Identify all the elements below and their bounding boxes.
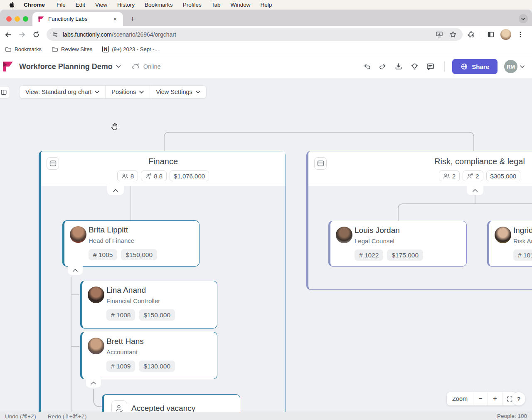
title-chevron-down-icon[interactable] [116, 65, 121, 68]
browser-toolbar: labs.functionly.com/scenario/26964/orgch… [0, 26, 532, 43]
bookmark-folder-bookmarks[interactable]: Bookmarks [0, 46, 47, 52]
vacancy-label: Accepted vacancy [131, 404, 195, 412]
avatar [495, 227, 511, 243]
redo-hint[interactable]: Redo (⇧+⌘+Z) [48, 413, 87, 420]
person-card-lina[interactable]: Lina Anand Financial Controller # 1008 $… [80, 281, 217, 329]
person-role: Head of Finance [89, 237, 134, 244]
status-bar: Undo (⌘+Z) Redo (⇧+⌘+Z) People: 100 [0, 412, 532, 420]
person-pills: # 1022 $175,000 [355, 250, 423, 261]
apple-icon[interactable] [0, 2, 19, 8]
avatar [88, 338, 104, 354]
forward-button[interactable] [16, 28, 28, 41]
browser-tab-bar: Functionly Labs × + [0, 10, 532, 26]
person-card-ingrid[interactable]: Ingrid Risk An # 101 [487, 221, 532, 267]
collapse-button-brett[interactable] [86, 378, 101, 388]
browser-tab[interactable]: Functionly Labs × [32, 12, 123, 26]
collapse-button-risk[interactable] [467, 185, 483, 195]
download-button[interactable] [392, 60, 405, 73]
positions-dropdown[interactable]: Positions [105, 86, 150, 98]
menu-edit[interactable]: Edit [71, 2, 90, 8]
person-name: Brita Lippitt [89, 225, 128, 235]
reload-button[interactable] [30, 28, 42, 41]
account-menu[interactable]: RM [504, 60, 525, 73]
collapse-button-finance[interactable] [107, 185, 124, 195]
site-settings-icon[interactable] [52, 31, 59, 38]
menu-tab[interactable]: Tab [207, 2, 226, 8]
view-settings-dropdown[interactable]: View Settings [150, 86, 206, 98]
close-window-button[interactable] [6, 16, 12, 22]
kebab-menu-icon[interactable] [517, 31, 524, 38]
person-card-louis[interactable]: Louis Jordan Legal Counsel # 1022 $175,0… [328, 221, 467, 267]
back-button[interactable] [2, 28, 14, 41]
tab-title: Functionly Labs [48, 16, 111, 22]
zoom-in-button[interactable]: + [488, 392, 502, 405]
bookmarks-bar: Bookmarks Review Sites N (9+) 2023 - Sep… [0, 43, 532, 55]
undo-button[interactable] [360, 60, 374, 73]
view-dropdown[interactable]: View: Standard org chart [20, 86, 105, 98]
undo-hint[interactable]: Undo (⌘+Z) [5, 413, 36, 420]
salary-pill: $150,000 [139, 309, 175, 321]
org-chart-canvas[interactable]: Finance 8 8.8 $1,076,000 Risk, [0, 78, 532, 412]
person-pills: # 1005 $150,000 [89, 249, 157, 260]
salary-pill: $150,000 [121, 249, 157, 260]
person-role: Risk An [513, 237, 532, 245]
person-name: Brett Hans [106, 337, 144, 346]
share-button[interactable]: Share [452, 59, 498, 74]
install-app-icon[interactable] [436, 31, 443, 38]
person-card-brita[interactable]: Brita Lippitt Head of Finance # 1005 $15… [62, 220, 200, 267]
position-id-pill: # 101 [513, 250, 532, 261]
cloud-check-icon [132, 63, 140, 70]
salary-pill: $130,000 [139, 361, 175, 372]
person-pills: # 1009 $130,000 [106, 361, 175, 372]
globe-icon [461, 63, 468, 70]
bookmark-star-icon[interactable] [449, 31, 457, 38]
insights-lightbulb-button[interactable] [408, 60, 421, 73]
menu-history[interactable]: History [112, 2, 140, 8]
menu-profiles[interactable]: Profiles [178, 2, 207, 8]
menu-help[interactable]: Help [255, 2, 277, 8]
chevron-down-icon [95, 91, 99, 94]
view-toolbar: View: Standard org chart Positions View … [19, 85, 207, 99]
vacancy-card[interactable]: Accepted vacancy [102, 394, 240, 412]
person-card-brett[interactable]: Brett Hans Accountant # 1009 $130,000 [80, 332, 217, 379]
redo-button[interactable] [376, 60, 389, 73]
avatar [88, 287, 104, 303]
menu-file[interactable]: File [52, 2, 71, 8]
person-role: Legal Counsel [355, 237, 394, 245]
person-role: Accountant [106, 348, 138, 356]
sidebar-toggle-button[interactable] [0, 86, 10, 99]
scenario-title: Workforce Planning Demo [19, 62, 113, 71]
menu-chrome[interactable]: Chrome [19, 2, 52, 8]
minimize-window-button[interactable] [15, 16, 20, 22]
person-name: Ingrid [513, 226, 532, 235]
chevron-down-icon [139, 91, 144, 94]
maximize-window-button[interactable] [23, 16, 28, 22]
menu-bookmarks[interactable]: Bookmarks [140, 2, 178, 8]
user-avatar[interactable]: RM [504, 60, 517, 73]
address-bar[interactable]: labs.functionly.com/scenario/26964/orgch… [47, 28, 463, 41]
person-pills: # 1008 $150,000 [106, 309, 175, 321]
hand-cursor-icon [111, 122, 119, 131]
toolbar-divider [481, 30, 481, 39]
sync-status: Online [132, 63, 161, 70]
extensions-icon[interactable] [468, 31, 475, 38]
comments-button[interactable] [424, 60, 437, 73]
bookmark-notion-page[interactable]: N (9+) 2023 - Sept -... [97, 46, 164, 52]
folder-icon [5, 46, 12, 52]
bookmark-folder-review-sites[interactable]: Review Sites [47, 46, 97, 52]
help-button[interactable]: ? [512, 392, 525, 405]
tab-close-icon[interactable]: × [111, 15, 119, 22]
collapse-button-brita[interactable] [68, 265, 83, 275]
position-id-pill: # 1009 [106, 361, 135, 372]
side-panel-icon[interactable] [487, 31, 495, 38]
header-actions: Share RM [360, 59, 532, 74]
sync-status-label: Online [143, 63, 161, 70]
toolbar-right [468, 29, 524, 40]
menu-view[interactable]: View [90, 2, 112, 8]
zoom-out-button[interactable]: − [473, 392, 488, 405]
tab-search-button[interactable] [519, 14, 528, 23]
app-header: Workforce Planning Demo Online Share RM [0, 55, 532, 78]
new-tab-button[interactable]: + [128, 15, 137, 24]
profile-avatar[interactable] [500, 29, 511, 40]
menu-window[interactable]: Window [225, 2, 255, 8]
